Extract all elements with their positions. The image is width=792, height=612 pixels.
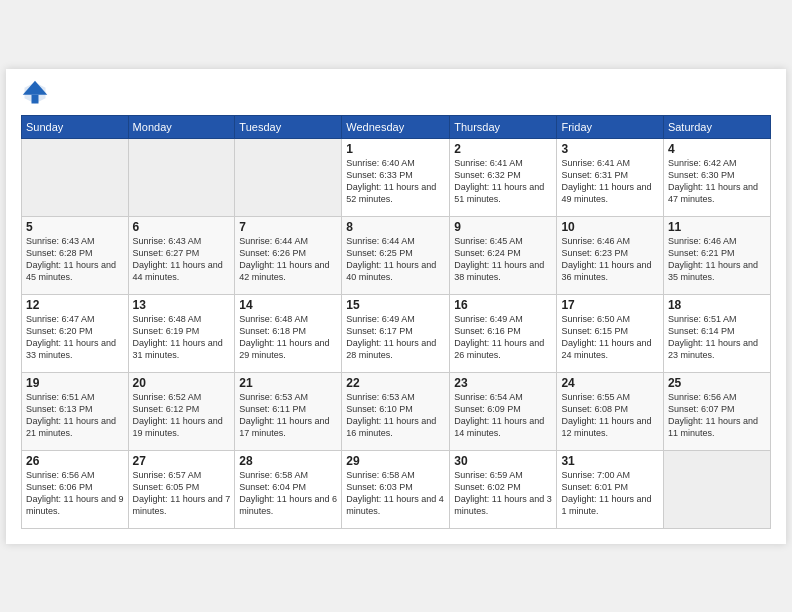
day-number: 17: [561, 298, 658, 312]
calendar-cell: 21Sunrise: 6:53 AM Sunset: 6:11 PM Dayli…: [235, 372, 342, 450]
day-info: Sunrise: 7:00 AM Sunset: 6:01 PM Dayligh…: [561, 469, 658, 518]
day-info: Sunrise: 6:46 AM Sunset: 6:23 PM Dayligh…: [561, 235, 658, 284]
day-info: Sunrise: 6:59 AM Sunset: 6:02 PM Dayligh…: [454, 469, 552, 518]
day-number: 21: [239, 376, 337, 390]
day-info: Sunrise: 6:48 AM Sunset: 6:19 PM Dayligh…: [133, 313, 231, 362]
day-info: Sunrise: 6:44 AM Sunset: 6:25 PM Dayligh…: [346, 235, 445, 284]
calendar-cell: 19Sunrise: 6:51 AM Sunset: 6:13 PM Dayli…: [22, 372, 129, 450]
day-info: Sunrise: 6:51 AM Sunset: 6:13 PM Dayligh…: [26, 391, 124, 440]
weekday-header-row: SundayMondayTuesdayWednesdayThursdayFrid…: [22, 115, 771, 138]
day-number: 14: [239, 298, 337, 312]
day-number: 9: [454, 220, 552, 234]
day-number: 8: [346, 220, 445, 234]
day-info: Sunrise: 6:42 AM Sunset: 6:30 PM Dayligh…: [668, 157, 766, 206]
calendar-cell: 20Sunrise: 6:52 AM Sunset: 6:12 PM Dayli…: [128, 372, 235, 450]
calendar-cell: [663, 450, 770, 528]
logo: [21, 79, 53, 107]
calendar-week-4: 19Sunrise: 6:51 AM Sunset: 6:13 PM Dayli…: [22, 372, 771, 450]
calendar-cell: 11Sunrise: 6:46 AM Sunset: 6:21 PM Dayli…: [663, 216, 770, 294]
calendar-week-5: 26Sunrise: 6:56 AM Sunset: 6:06 PM Dayli…: [22, 450, 771, 528]
day-info: Sunrise: 6:49 AM Sunset: 6:17 PM Dayligh…: [346, 313, 445, 362]
day-info: Sunrise: 6:41 AM Sunset: 6:31 PM Dayligh…: [561, 157, 658, 206]
calendar-cell: [22, 138, 129, 216]
day-number: 6: [133, 220, 231, 234]
calendar-cell: 16Sunrise: 6:49 AM Sunset: 6:16 PM Dayli…: [450, 294, 557, 372]
calendar-week-1: 1Sunrise: 6:40 AM Sunset: 6:33 PM Daylig…: [22, 138, 771, 216]
calendar-cell: 8Sunrise: 6:44 AM Sunset: 6:25 PM Daylig…: [342, 216, 450, 294]
calendar-container: SundayMondayTuesdayWednesdayThursdayFrid…: [6, 69, 786, 544]
day-info: Sunrise: 6:40 AM Sunset: 6:33 PM Dayligh…: [346, 157, 445, 206]
day-info: Sunrise: 6:52 AM Sunset: 6:12 PM Dayligh…: [133, 391, 231, 440]
calendar-cell: 18Sunrise: 6:51 AM Sunset: 6:14 PM Dayli…: [663, 294, 770, 372]
calendar-cell: 12Sunrise: 6:47 AM Sunset: 6:20 PM Dayli…: [22, 294, 129, 372]
header: [21, 79, 771, 107]
day-number: 28: [239, 454, 337, 468]
calendar-cell: 29Sunrise: 6:58 AM Sunset: 6:03 PM Dayli…: [342, 450, 450, 528]
day-info: Sunrise: 6:49 AM Sunset: 6:16 PM Dayligh…: [454, 313, 552, 362]
day-info: Sunrise: 6:56 AM Sunset: 6:06 PM Dayligh…: [26, 469, 124, 518]
day-number: 22: [346, 376, 445, 390]
calendar-cell: 24Sunrise: 6:55 AM Sunset: 6:08 PM Dayli…: [557, 372, 663, 450]
day-info: Sunrise: 6:56 AM Sunset: 6:07 PM Dayligh…: [668, 391, 766, 440]
day-info: Sunrise: 6:41 AM Sunset: 6:32 PM Dayligh…: [454, 157, 552, 206]
calendar-cell: 26Sunrise: 6:56 AM Sunset: 6:06 PM Dayli…: [22, 450, 129, 528]
day-info: Sunrise: 6:47 AM Sunset: 6:20 PM Dayligh…: [26, 313, 124, 362]
day-number: 31: [561, 454, 658, 468]
day-number: 30: [454, 454, 552, 468]
day-number: 19: [26, 376, 124, 390]
calendar-cell: 14Sunrise: 6:48 AM Sunset: 6:18 PM Dayli…: [235, 294, 342, 372]
calendar-week-2: 5Sunrise: 6:43 AM Sunset: 6:28 PM Daylig…: [22, 216, 771, 294]
weekday-header-sunday: Sunday: [22, 115, 129, 138]
calendar-cell: 31Sunrise: 7:00 AM Sunset: 6:01 PM Dayli…: [557, 450, 663, 528]
day-info: Sunrise: 6:53 AM Sunset: 6:11 PM Dayligh…: [239, 391, 337, 440]
day-info: Sunrise: 6:43 AM Sunset: 6:27 PM Dayligh…: [133, 235, 231, 284]
calendar-cell: 4Sunrise: 6:42 AM Sunset: 6:30 PM Daylig…: [663, 138, 770, 216]
day-info: Sunrise: 6:51 AM Sunset: 6:14 PM Dayligh…: [668, 313, 766, 362]
day-info: Sunrise: 6:43 AM Sunset: 6:28 PM Dayligh…: [26, 235, 124, 284]
calendar-cell: 25Sunrise: 6:56 AM Sunset: 6:07 PM Dayli…: [663, 372, 770, 450]
day-number: 26: [26, 454, 124, 468]
calendar-cell: 30Sunrise: 6:59 AM Sunset: 6:02 PM Dayli…: [450, 450, 557, 528]
day-info: Sunrise: 6:46 AM Sunset: 6:21 PM Dayligh…: [668, 235, 766, 284]
calendar-cell: 28Sunrise: 6:58 AM Sunset: 6:04 PM Dayli…: [235, 450, 342, 528]
day-number: 10: [561, 220, 658, 234]
day-number: 25: [668, 376, 766, 390]
calendar-table: SundayMondayTuesdayWednesdayThursdayFrid…: [21, 115, 771, 529]
day-number: 18: [668, 298, 766, 312]
calendar-cell: 13Sunrise: 6:48 AM Sunset: 6:19 PM Dayli…: [128, 294, 235, 372]
day-number: 13: [133, 298, 231, 312]
calendar-week-3: 12Sunrise: 6:47 AM Sunset: 6:20 PM Dayli…: [22, 294, 771, 372]
calendar-cell: 23Sunrise: 6:54 AM Sunset: 6:09 PM Dayli…: [450, 372, 557, 450]
calendar-cell: 9Sunrise: 6:45 AM Sunset: 6:24 PM Daylig…: [450, 216, 557, 294]
day-info: Sunrise: 6:53 AM Sunset: 6:10 PM Dayligh…: [346, 391, 445, 440]
day-number: 4: [668, 142, 766, 156]
calendar-cell: 17Sunrise: 6:50 AM Sunset: 6:15 PM Dayli…: [557, 294, 663, 372]
day-number: 3: [561, 142, 658, 156]
calendar-cell: 1Sunrise: 6:40 AM Sunset: 6:33 PM Daylig…: [342, 138, 450, 216]
weekday-header-tuesday: Tuesday: [235, 115, 342, 138]
calendar-cell: 6Sunrise: 6:43 AM Sunset: 6:27 PM Daylig…: [128, 216, 235, 294]
weekday-header-wednesday: Wednesday: [342, 115, 450, 138]
day-info: Sunrise: 6:48 AM Sunset: 6:18 PM Dayligh…: [239, 313, 337, 362]
day-info: Sunrise: 6:44 AM Sunset: 6:26 PM Dayligh…: [239, 235, 337, 284]
calendar-cell: 15Sunrise: 6:49 AM Sunset: 6:17 PM Dayli…: [342, 294, 450, 372]
calendar-cell: 3Sunrise: 6:41 AM Sunset: 6:31 PM Daylig…: [557, 138, 663, 216]
day-number: 7: [239, 220, 337, 234]
calendar-cell: 27Sunrise: 6:57 AM Sunset: 6:05 PM Dayli…: [128, 450, 235, 528]
calendar-cell: 2Sunrise: 6:41 AM Sunset: 6:32 PM Daylig…: [450, 138, 557, 216]
day-number: 11: [668, 220, 766, 234]
calendar-cell: 22Sunrise: 6:53 AM Sunset: 6:10 PM Dayli…: [342, 372, 450, 450]
day-number: 2: [454, 142, 552, 156]
calendar-cell: [235, 138, 342, 216]
svg-rect-2: [32, 94, 39, 103]
weekday-header-monday: Monday: [128, 115, 235, 138]
day-info: Sunrise: 6:45 AM Sunset: 6:24 PM Dayligh…: [454, 235, 552, 284]
calendar-cell: 5Sunrise: 6:43 AM Sunset: 6:28 PM Daylig…: [22, 216, 129, 294]
day-number: 27: [133, 454, 231, 468]
day-info: Sunrise: 6:50 AM Sunset: 6:15 PM Dayligh…: [561, 313, 658, 362]
day-info: Sunrise: 6:57 AM Sunset: 6:05 PM Dayligh…: [133, 469, 231, 518]
day-info: Sunrise: 6:58 AM Sunset: 6:04 PM Dayligh…: [239, 469, 337, 518]
calendar-cell: 10Sunrise: 6:46 AM Sunset: 6:23 PM Dayli…: [557, 216, 663, 294]
calendar-cell: [128, 138, 235, 216]
day-number: 1: [346, 142, 445, 156]
